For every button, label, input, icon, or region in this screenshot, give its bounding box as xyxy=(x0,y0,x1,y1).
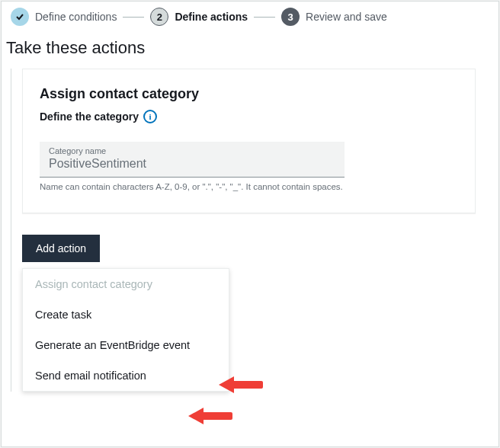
annotation-arrow-icon xyxy=(220,378,266,392)
check-icon xyxy=(11,8,29,26)
page-title: Take these actions xyxy=(2,35,498,69)
dropdown-item-generate-eventbridge[interactable]: Generate an EventBridge event xyxy=(23,330,229,360)
add-action-dropdown: Assign contact category Create task Gene… xyxy=(22,268,229,392)
step-3[interactable]: 3 Review and save xyxy=(281,8,387,26)
action-card: Assign contact category Define the categ… xyxy=(22,69,476,213)
step-2-label: Define actions xyxy=(175,11,248,23)
step-1-label: Define conditions xyxy=(35,11,117,23)
input-label: Category name xyxy=(49,146,335,155)
info-icon[interactable]: i xyxy=(143,110,157,123)
card-title: Assign contact category xyxy=(40,86,458,102)
content-area: Assign contact category Define the categ… xyxy=(11,69,498,392)
helper-text: Name can contain characters A-Z, 0-9, or… xyxy=(40,181,345,193)
dropdown-item-send-email[interactable]: Send email notification xyxy=(23,360,229,391)
step-2[interactable]: 2 Define actions xyxy=(150,8,248,26)
add-action-button[interactable]: Add action xyxy=(22,235,100,262)
step-connector xyxy=(123,17,144,18)
card-subtitle: Define the category xyxy=(40,110,139,123)
annotation-arrow-icon xyxy=(190,409,236,423)
step-1[interactable]: Define conditions xyxy=(11,8,117,26)
dropdown-item-assign-category: Assign contact category xyxy=(23,269,229,299)
wizard-stepper: Define conditions 2 Define actions 3 Rev… xyxy=(2,2,498,35)
step-2-num: 2 xyxy=(150,8,168,26)
step-3-label: Review and save xyxy=(306,11,387,23)
category-name-input[interactable] xyxy=(49,155,335,172)
dropdown-item-create-task[interactable]: Create task xyxy=(23,299,229,330)
step-connector xyxy=(254,17,275,18)
step-3-num: 3 xyxy=(281,8,300,26)
category-name-field-group[interactable]: Category name xyxy=(40,142,345,178)
